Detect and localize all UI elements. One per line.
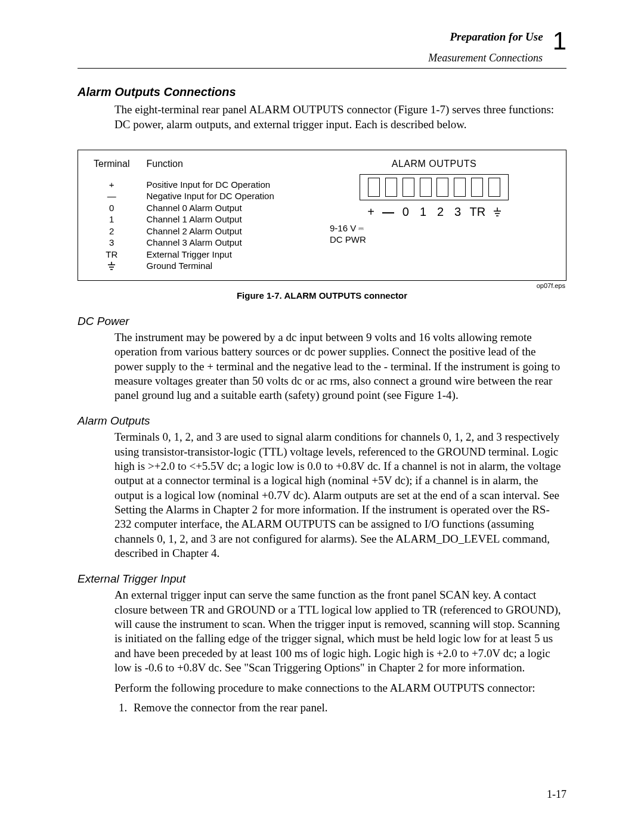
pin-label: [382, 205, 394, 219]
pin-label: 1: [417, 205, 429, 219]
section-intro: The eight-terminal rear panel ALARM OUTP…: [114, 103, 566, 132]
procedure-list: Remove the connector from the rear panel…: [114, 701, 566, 714]
subsection-title: External Trigger Input: [78, 572, 566, 586]
ground-icon: [493, 208, 501, 218]
dc-pwr-label: 9-16 V ⎓ DC PWR: [330, 222, 555, 246]
running-head: Preparation for Use 1 Measurement Connec…: [78, 30, 566, 64]
col-function: Function: [146, 159, 290, 179]
table-row: TRExternal Trigger Input: [94, 249, 291, 261]
col-terminal: Terminal: [94, 159, 146, 179]
section-title: Alarm Outputs Connections: [78, 85, 566, 99]
pin-icon: [471, 178, 483, 197]
pin-icon: [402, 178, 414, 197]
minus-icon: [382, 212, 394, 213]
pin-icon: [368, 178, 380, 197]
table-row: —Negative Input for DC Operation: [94, 190, 291, 202]
pin-label: 3: [452, 205, 464, 219]
connector-icon: [360, 174, 509, 200]
subsection-title: DC Power: [78, 315, 566, 328]
eps-filename: op07f.eps: [78, 282, 565, 289]
alarm-outputs-label: ALARM OUTPUTS: [313, 159, 555, 169]
figure-1-7: Terminal Function +Positive Input for DC…: [78, 150, 566, 281]
pin-label: [491, 205, 503, 219]
pin-icon: [385, 178, 397, 197]
figure-table: Terminal Function +Positive Input for DC…: [94, 159, 296, 272]
pin-icon: [420, 178, 432, 197]
pin-label: +: [365, 205, 377, 219]
step: Remove the connector from the rear panel…: [130, 701, 566, 714]
pin-labels: + 0 1 2 3 TR: [360, 205, 509, 219]
running-subtitle: Measurement Connections: [78, 51, 566, 65]
dc-power-body: The instrument may be powered by a dc in…: [114, 330, 566, 403]
page-number: 1-17: [547, 788, 566, 801]
pin-label: TR: [469, 205, 486, 219]
table-row: 1Channel 1 Alarm Output: [94, 213, 291, 225]
ext-trigger-body-2: Perform the following procedure to make …: [114, 681, 566, 695]
subsection-title: Alarm Outputs: [78, 414, 566, 428]
pin-icon: [488, 178, 500, 197]
figure-caption: Figure 1-7. ALARM OUTPUTS connector: [78, 290, 566, 301]
figure-diagram: ALARM OUTPUTS + 0 1 2 3 TR: [313, 159, 555, 272]
running-title: Preparation for Use: [450, 30, 543, 44]
pin-label: 0: [400, 205, 411, 219]
table-row: Ground Terminal: [94, 260, 291, 272]
chapter-number: 1: [553, 30, 566, 52]
header-rule: [78, 68, 566, 69]
table-row: 0Channel 0 Alarm Output: [94, 202, 291, 214]
ext-trigger-body-1: An external trigger input can serve the …: [114, 588, 566, 675]
pin-icon: [454, 178, 466, 197]
ground-icon: [107, 262, 116, 271]
table-row: 3Channel 3 Alarm Output: [94, 237, 291, 249]
page: Preparation for Use 1 Measurement Connec…: [0, 0, 644, 833]
table-row: 2Channel 2 Alarm Output: [94, 225, 291, 237]
alarm-outputs-body: Terminals 0, 1, 2, and 3 are used to sig…: [114, 430, 566, 561]
pin-label: 2: [435, 205, 447, 219]
table-row: +Positive Input for DC Operation: [94, 179, 291, 191]
pin-icon: [436, 178, 448, 197]
